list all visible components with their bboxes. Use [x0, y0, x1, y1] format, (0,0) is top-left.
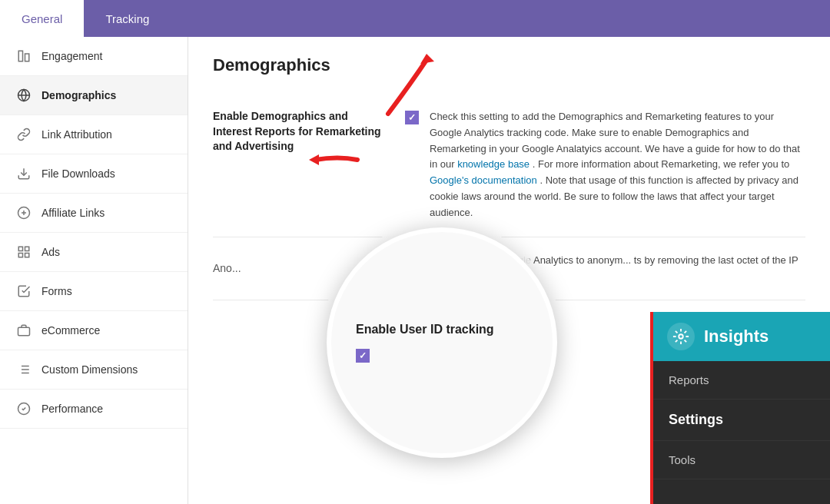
sidebar-item-forms[interactable]: Forms	[0, 272, 188, 311]
dollar-icon	[15, 204, 32, 221]
sidebar-item-ads[interactable]: Ads	[0, 233, 188, 272]
insights-title: Insights	[704, 327, 769, 346]
insights-menu-settings[interactable]: Settings	[653, 400, 830, 441]
google-documentation-link[interactable]: Google's documentation	[430, 174, 537, 186]
svg-rect-12	[18, 327, 30, 336]
grid-icon	[15, 244, 32, 260]
user-id-tracking-label: Enable User ID tracking	[356, 323, 528, 337]
svg-rect-10	[25, 254, 29, 257]
link-icon	[15, 126, 32, 143]
svg-rect-8	[18, 247, 22, 250]
sidebar-item-demographics[interactable]: Demographics	[0, 76, 188, 115]
sidebar-item-ecommerce[interactable]: eCommerce	[0, 311, 188, 350]
insights-menu-tools[interactable]: Tools	[653, 441, 830, 479]
svg-rect-11	[18, 254, 22, 257]
main-layout: Engagement Demographics Link Attribution…	[0, 37, 830, 504]
magnify-content: Enable User ID tracking	[331, 304, 553, 381]
demographics-remarketing-row: Enable Demographics and Interest Reports…	[213, 94, 805, 237]
top-navigation: General Tracking	[0, 0, 830, 37]
demographics-checkbox[interactable]	[405, 111, 419, 124]
gauge-icon	[15, 400, 32, 417]
insights-panel: Insights Reports Settings Tools	[653, 312, 830, 504]
download-icon	[15, 165, 32, 182]
page-title: Demographics	[213, 55, 805, 75]
list-icon	[15, 361, 32, 378]
sidebar-item-custom-dimensions[interactable]: Custom Dimensions	[0, 350, 188, 390]
main-content-area: Demographics Enable Demographics and Int…	[188, 37, 830, 504]
svg-rect-1	[25, 54, 29, 61]
svg-rect-0	[18, 51, 22, 61]
knowledge-base-link[interactable]: knowledge base	[457, 158, 530, 170]
svg-rect-9	[25, 247, 29, 250]
sidebar: Engagement Demographics Link Attribution…	[0, 37, 188, 504]
user-id-checkbox[interactable]	[356, 349, 370, 363]
sidebar-item-performance[interactable]: Performance	[0, 390, 188, 429]
insights-header: Insights	[653, 312, 830, 361]
sidebar-item-affiliate-links[interactable]: Affiliate Links	[0, 194, 188, 233]
store-icon	[15, 322, 32, 339]
insights-logo-icon	[667, 323, 695, 350]
chart-icon	[15, 48, 32, 65]
globe-icon	[15, 87, 32, 104]
demographics-description: Check this setting to add the Demographi…	[430, 109, 805, 221]
insights-menu-reports[interactable]: Reports	[653, 361, 830, 400]
demographics-checkbox-area: Check this setting to add the Demographi…	[405, 109, 805, 221]
sidebar-item-link-attribution[interactable]: Link Attribution	[0, 115, 188, 154]
demographics-remarketing-label: Enable Demographics and Interest Reports…	[213, 109, 382, 154]
magnify-circle: Enable User ID tracking	[327, 227, 557, 458]
checkbox-icon	[15, 283, 32, 300]
sidebar-item-file-downloads[interactable]: File Downloads	[0, 154, 188, 194]
svg-point-21	[679, 334, 683, 339]
tab-tracking[interactable]: Tracking	[84, 0, 171, 37]
user-id-checkbox-row	[356, 349, 528, 363]
sidebar-item-engagement[interactable]: Engagement	[0, 37, 188, 76]
tab-general[interactable]: General	[0, 0, 84, 37]
